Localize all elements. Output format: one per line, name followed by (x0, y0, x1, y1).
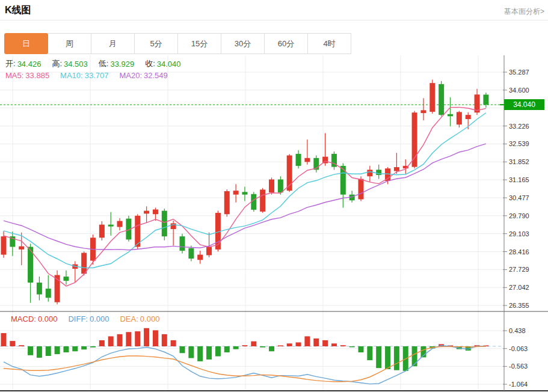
ohlc-label-0: 开: (5, 58, 16, 69)
ma-item-0: MA5:33.885 (5, 71, 49, 80)
axis-label: 32.539 (509, 140, 529, 147)
axis-label: -0.063 (509, 345, 528, 352)
macd-label-0: MACD: (11, 314, 36, 323)
tab-interval-2[interactable]: 月 (91, 33, 135, 54)
axis-label: 31.852 (509, 158, 529, 165)
macd-value-1: 0.000 (90, 314, 109, 323)
current-price-tag: 34.040 (504, 99, 544, 110)
tab-interval-5[interactable]: 30分 (221, 33, 265, 54)
ma-value-0: 33.885 (25, 71, 49, 80)
current-price-value: 34.040 (513, 100, 535, 109)
axis-label: 33.226 (509, 123, 529, 130)
ohlc-value-0: 34.426 (17, 60, 42, 69)
axis-label: 34.600 (509, 87, 529, 94)
macd-value-0: 0.000 (38, 314, 58, 323)
tab-interval-6[interactable]: 60分 (264, 33, 308, 54)
tab-interval-1[interactable]: 周 (48, 33, 91, 54)
interval-tabs: 日周月5分15分30分60分4时 (4, 33, 351, 54)
ohlc-value-1: 34.503 (64, 60, 88, 69)
macd-item-1: DIFF:0.000 (68, 314, 109, 323)
axis-label: 30.477 (509, 194, 529, 201)
ma-label-0: MA5: (5, 71, 23, 80)
axis-label: 26.355 (509, 302, 529, 309)
axis-label: -1.064 (509, 381, 528, 388)
ma-item-2: MA20:32.549 (119, 71, 167, 80)
ma-label-2: MA20: (119, 71, 142, 80)
ma-label-1: MA10: (60, 71, 83, 80)
macd-legend: MACD:0.000DIFF:0.000DEA:0.000 (11, 314, 170, 323)
axis-label: 35.287 (509, 69, 529, 76)
ma-legend: MA5:33.885MA10:33.707MA20:32.549 (5, 71, 179, 80)
macd-item-2: DEA:0.000 (120, 314, 159, 323)
axis-label: 28.416 (509, 248, 529, 256)
macd-label-2: DEA: (120, 314, 138, 323)
axis-label: 31.165 (509, 176, 529, 183)
axis-label: 0.438 (509, 327, 526, 334)
ma-value-2: 32.549 (144, 71, 168, 80)
tab-interval-4[interactable]: 15分 (177, 33, 221, 54)
tab-interval-7[interactable]: 4时 (307, 33, 351, 54)
ma-value-1: 33.707 (85, 71, 109, 80)
fundamental-analysis-link[interactable]: 基本面分析> (504, 7, 544, 17)
tab-interval-3[interactable]: 5分 (134, 33, 178, 54)
ma-item-1: MA10:33.707 (60, 71, 108, 80)
ohlc-item-0: 开:34.426 (5, 58, 41, 69)
macd-label-1: DIFF: (68, 314, 88, 323)
ohlc-label-3: 收: (145, 58, 155, 69)
axis-label: 29.790 (509, 212, 529, 219)
ohlc-item-1: 高:34.503 (52, 58, 87, 69)
ohlc-label-1: 高: (52, 58, 62, 69)
tab-interval-0[interactable]: 日 (4, 33, 48, 54)
macd-value-2: 0.000 (140, 314, 160, 323)
macd-item-0: MACD:0.000 (11, 314, 57, 323)
ohlc-legend: 开:34.426高:34.503低:33.929收:34.040 (5, 58, 192, 69)
header-divider (0, 20, 548, 20)
kline-page: 35.28734.60033.22632.53931.85231.16530.4… (0, 0, 548, 392)
axis-label: 29.103 (509, 230, 529, 237)
ohlc-label-2: 低: (99, 58, 109, 69)
axis-label: 27.729 (509, 266, 529, 273)
page-title: K线图 (5, 4, 31, 17)
ohlc-item-2: 低:33.929 (99, 58, 134, 69)
axis-label: 27.042 (509, 284, 529, 291)
ohlc-item-3: 收:34.040 (145, 58, 180, 69)
ohlc-value-3: 34.040 (157, 60, 181, 69)
ohlc-value-2: 33.929 (110, 60, 134, 69)
axis-label: -0.563 (509, 363, 528, 370)
